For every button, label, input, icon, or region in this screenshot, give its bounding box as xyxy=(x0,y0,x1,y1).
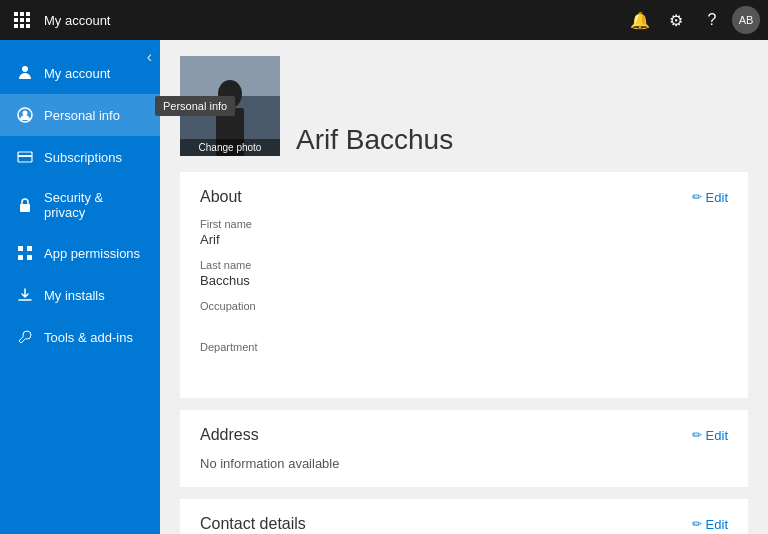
sidebar-item-security-privacy[interactable]: Security & privacy xyxy=(0,178,160,232)
last-name-value: Bacchus xyxy=(200,273,728,288)
about-card: About ✏ Edit First name Arif Last name B… xyxy=(180,172,748,398)
about-title: About xyxy=(200,188,242,206)
address-no-info: No information available xyxy=(200,456,728,471)
contact-edit-button[interactable]: ✏ Edit xyxy=(692,517,728,532)
profile-header: Change photo Arif Bacchus xyxy=(180,56,748,156)
person-circle-icon xyxy=(16,106,34,124)
edit-pencil-icon: ✏ xyxy=(692,190,702,204)
address-edit-label: Edit xyxy=(706,428,728,443)
sidebar-label-app-permissions: App permissions xyxy=(44,246,140,261)
grid-icon[interactable] xyxy=(8,6,36,34)
sidebar-item-tools-addins[interactable]: Tools & add-ins xyxy=(0,316,160,358)
svg-rect-2 xyxy=(26,12,30,16)
svg-rect-8 xyxy=(26,24,30,28)
contact-title: Contact details xyxy=(200,515,306,533)
first-name-value: Arif xyxy=(200,232,728,247)
first-name-field: First name Arif xyxy=(200,218,728,247)
svg-point-9 xyxy=(22,66,28,72)
wrench-icon xyxy=(16,328,34,346)
change-photo-label[interactable]: Change photo xyxy=(180,139,280,156)
profile-photo-container: Change photo xyxy=(180,56,280,156)
sidebar-label-tools-addins: Tools & add-ins xyxy=(44,330,133,345)
profile-name: Arif Bacchus xyxy=(296,124,453,156)
gear-icon[interactable]: ⚙ xyxy=(660,4,692,36)
address-card: Address ✏ Edit No information available xyxy=(180,410,748,487)
about-card-header: About ✏ Edit xyxy=(200,188,728,206)
svg-rect-1 xyxy=(20,12,24,16)
contact-card: Contact details ✏ Edit Email arif@onmsft… xyxy=(180,499,748,534)
help-icon[interactable]: ? xyxy=(696,4,728,36)
department-value xyxy=(200,355,728,370)
address-card-header: Address ✏ Edit xyxy=(200,426,728,444)
svg-rect-6 xyxy=(14,24,18,28)
svg-rect-4 xyxy=(20,18,24,22)
address-edit-button[interactable]: ✏ Edit xyxy=(692,428,728,443)
svg-rect-5 xyxy=(26,18,30,22)
occupation-label: Occupation xyxy=(200,300,728,312)
svg-point-22 xyxy=(218,80,242,108)
svg-rect-16 xyxy=(27,246,32,251)
card-icon xyxy=(16,148,34,166)
first-name-label: First name xyxy=(200,218,728,230)
sidebar-label-my-account: My account xyxy=(44,66,110,81)
contact-edit-pencil-icon: ✏ xyxy=(692,517,702,531)
svg-rect-13 xyxy=(18,155,32,157)
contact-edit-label: Edit xyxy=(706,517,728,532)
about-edit-button[interactable]: ✏ Edit xyxy=(692,190,728,205)
last-name-field: Last name Bacchus xyxy=(200,259,728,288)
main-content: Change photo Arif Bacchus About ✏ Edit F… xyxy=(160,40,768,534)
sidebar-label-subscriptions: Subscriptions xyxy=(44,150,122,165)
sidebar-item-my-installs[interactable]: My installs xyxy=(0,274,160,316)
topbar-title: My account xyxy=(44,13,624,28)
lock-icon xyxy=(16,196,34,214)
sidebar-item-my-account[interactable]: My account xyxy=(0,52,160,94)
grid-small-icon xyxy=(16,244,34,262)
svg-point-11 xyxy=(23,111,28,116)
avatar[interactable]: AB xyxy=(732,6,760,34)
address-title: Address xyxy=(200,426,259,444)
sidebar-label-personal-info: Personal info xyxy=(44,108,120,123)
sidebar-label-security-privacy: Security & privacy xyxy=(44,190,144,220)
occupation-value xyxy=(200,314,728,329)
sidebar-item-app-permissions[interactable]: App permissions xyxy=(0,232,160,274)
department-field: Department xyxy=(200,341,728,370)
svg-rect-7 xyxy=(20,24,24,28)
sidebar-item-subscriptions[interactable]: Subscriptions xyxy=(0,136,160,178)
sidebar: ‹ My account Personal info Personal info… xyxy=(0,40,160,534)
contact-card-header: Contact details ✏ Edit xyxy=(200,515,728,533)
svg-rect-18 xyxy=(27,255,32,260)
app-layout: ‹ My account Personal info Personal info… xyxy=(0,40,768,534)
person-icon xyxy=(16,64,34,82)
svg-rect-14 xyxy=(20,204,30,212)
topbar: My account 🔔 ⚙ ? AB xyxy=(0,0,768,40)
occupation-field: Occupation xyxy=(200,300,728,329)
sidebar-item-personal-info[interactable]: Personal info Personal info xyxy=(0,94,160,136)
svg-rect-0 xyxy=(14,12,18,16)
svg-rect-3 xyxy=(14,18,18,22)
topbar-actions: 🔔 ⚙ ? AB xyxy=(624,4,760,36)
svg-rect-17 xyxy=(18,255,23,260)
about-edit-label: Edit xyxy=(706,190,728,205)
last-name-label: Last name xyxy=(200,259,728,271)
address-edit-pencil-icon: ✏ xyxy=(692,428,702,442)
department-label: Department xyxy=(200,341,728,353)
svg-rect-15 xyxy=(18,246,23,251)
sidebar-label-my-installs: My installs xyxy=(44,288,105,303)
bell-icon[interactable]: 🔔 xyxy=(624,4,656,36)
download-icon xyxy=(16,286,34,304)
